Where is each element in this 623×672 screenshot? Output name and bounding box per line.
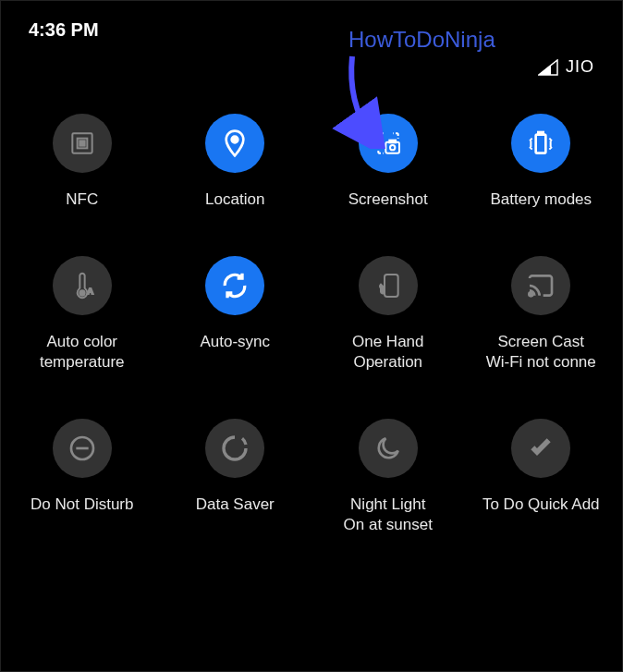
quick-settings-grid: NFC Location Screenshot	[1, 95, 622, 554]
tile-night-light[interactable]: Night Light On at sunset	[316, 419, 460, 535]
tile-label: Auto color temperature	[13, 332, 152, 373]
annotation-arrow-icon	[301, 47, 394, 149]
thermometer-icon: A	[53, 256, 112, 315]
svg-text:A: A	[87, 287, 93, 296]
tile-label: Screenshot	[348, 189, 428, 210]
tile-data-saver[interactable]: Data Saver	[164, 419, 308, 535]
annotation-text: HowToDoNinja	[348, 27, 495, 53]
svg-point-4	[232, 137, 238, 143]
tile-todo-quick-add[interactable]: To Do Quick Add	[470, 419, 614, 535]
tile-auto-color-temperature[interactable]: A Auto color temperature	[10, 256, 154, 373]
carrier-label: JIO	[566, 57, 594, 77]
dnd-icon	[53, 419, 112, 478]
datasaver-icon	[205, 419, 264, 478]
tile-label: Location	[205, 189, 264, 210]
signal-icon	[538, 59, 558, 76]
svg-rect-12	[385, 275, 398, 297]
tile-label: Auto-sync	[200, 332, 270, 352]
tile-auto-sync[interactable]: Auto-sync	[164, 256, 308, 373]
tile-one-hand-operation[interactable]: One Hand Operation	[316, 256, 460, 373]
todo-icon	[511, 419, 570, 478]
onehand-icon	[359, 256, 418, 315]
tile-label: Battery modes	[490, 189, 592, 210]
battery-icon	[511, 114, 570, 173]
tile-label: NFC	[66, 189, 98, 210]
tile-screen-cast[interactable]: Screen Cast Wi-Fi not conne	[470, 256, 614, 373]
svg-rect-9	[539, 132, 544, 135]
svg-point-10	[79, 290, 84, 295]
location-icon	[205, 114, 264, 173]
cast-icon	[511, 256, 570, 315]
tile-label: One Hand Operation	[319, 332, 458, 373]
tile-label: Data Saver	[196, 495, 275, 515]
svg-point-13	[530, 292, 533, 296]
nfc-icon	[53, 114, 112, 173]
svg-rect-8	[536, 135, 546, 153]
tile-label: Do Not Disturb	[31, 495, 133, 515]
tile-label: Screen Cast Wi-Fi not conne	[486, 332, 596, 373]
tile-nfc[interactable]: NFC	[10, 114, 154, 210]
tile-location[interactable]: Location	[164, 114, 308, 210]
status-bar: 4:36 PM	[1, 1, 622, 50]
clock-time: 4:36 PM	[29, 19, 99, 41]
tile-label: To Do Quick Add	[483, 495, 600, 515]
sync-icon	[205, 256, 264, 315]
nightlight-icon	[359, 419, 418, 478]
tile-label: Night Light On at sunset	[344, 495, 433, 535]
tile-do-not-disturb[interactable]: Do Not Disturb	[10, 419, 154, 535]
tile-battery-modes[interactable]: Battery modes	[470, 114, 614, 210]
svg-rect-3	[79, 141, 84, 145]
